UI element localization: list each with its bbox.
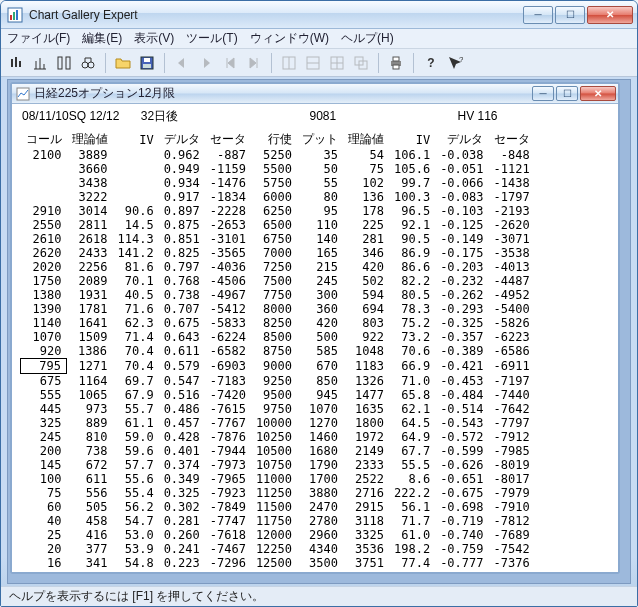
cell: 377 bbox=[67, 542, 113, 556]
titlebar[interactable]: Chart Gallery Expert ─ ☐ ✕ bbox=[1, 1, 637, 29]
svg-rect-3 bbox=[16, 10, 18, 20]
table-row[interactable]: 7555655.40.325-79231125038802716222.2-0.… bbox=[21, 486, 535, 500]
col-header: プット bbox=[297, 131, 343, 148]
table-row[interactable]: 1140164162.30.675-5833825042080375.2-0.3… bbox=[21, 316, 535, 330]
cell: 9250 bbox=[251, 374, 297, 389]
table-row[interactable]: 1070150971.40.643-6224850050092273.2-0.3… bbox=[21, 330, 535, 344]
child-close-button[interactable]: ✕ bbox=[580, 86, 616, 101]
child-maximize-button[interactable]: ☐ bbox=[556, 86, 578, 101]
options-table[interactable]: コール理論値IVデルタセータ行使プット理論値IVデルタセータ 210038890… bbox=[20, 131, 535, 572]
child-minimize-button[interactable]: ─ bbox=[532, 86, 554, 101]
cell: 1270 bbox=[297, 416, 343, 430]
table-row[interactable]: 24581059.00.428-7876102501460197264.9-0.… bbox=[21, 430, 535, 444]
table-row[interactable]: 10061155.60.349-796511000170025228.6-0.6… bbox=[21, 472, 535, 486]
print-icon[interactable] bbox=[385, 52, 407, 74]
candlestick-icon[interactable] bbox=[5, 52, 27, 74]
first-icon[interactable] bbox=[219, 52, 241, 74]
table-row[interactable]: 675116469.70.547-71839250850132671.0-0.4… bbox=[21, 374, 535, 389]
cell: 1800 bbox=[343, 416, 389, 430]
save-icon[interactable] bbox=[136, 52, 158, 74]
menu-tools[interactable]: ツール(T) bbox=[186, 30, 237, 47]
menu-window[interactable]: ウィンドウ(W) bbox=[250, 30, 329, 47]
cell: 55.4 bbox=[113, 486, 159, 500]
table-row[interactable]: 26202433141.20.825-3565700016534686.9-0.… bbox=[21, 246, 535, 260]
table-row[interactable]: 1390178171.60.707-5412800036069478.3-0.2… bbox=[21, 302, 535, 316]
cell: 3014 bbox=[67, 204, 113, 218]
cell: 92.1 bbox=[389, 218, 435, 232]
bars-icon[interactable] bbox=[29, 52, 51, 74]
child-body[interactable]: 08/11/10SQ 12/12 32日後 9081 HV 116 コール理論値… bbox=[12, 104, 618, 572]
col-header: IV bbox=[113, 131, 159, 148]
table-row[interactable]: 34380.934-147657505510299.7-0.066-1438 bbox=[21, 176, 535, 190]
table-row[interactable]: 1750208970.10.768-4506750024550282.2-0.2… bbox=[21, 274, 535, 288]
svg-rect-12 bbox=[144, 58, 150, 62]
table-row[interactable]: 6050556.20.302-7849115002470291556.1-0.6… bbox=[21, 500, 535, 514]
table-row[interactable]: 2020225681.60.797-4036725021542086.6-0.2… bbox=[21, 260, 535, 274]
cell: -4013 bbox=[488, 260, 534, 274]
grid1-icon[interactable] bbox=[278, 52, 300, 74]
cell: 54 bbox=[343, 148, 389, 162]
table-row[interactable]: 1380193140.50.738-4967775030059480.5-0.2… bbox=[21, 288, 535, 302]
info-price: 9081 bbox=[309, 109, 336, 123]
table-row[interactable]: 20073859.60.401-7944105001680214967.7-0.… bbox=[21, 444, 535, 458]
table-row[interactable]: 32220.917-1834600080136100.3-0.083-1797 bbox=[21, 190, 535, 204]
cell: -6582 bbox=[205, 344, 251, 359]
cell: -4967 bbox=[205, 288, 251, 302]
binoculars-icon[interactable] bbox=[77, 52, 99, 74]
last-icon[interactable] bbox=[243, 52, 265, 74]
grid2-icon[interactable] bbox=[302, 52, 324, 74]
maximize-button[interactable]: ☐ bbox=[555, 6, 585, 24]
back-icon[interactable] bbox=[171, 52, 193, 74]
table-row[interactable]: 2550281114.50.875-2653650011022592.1-0.1… bbox=[21, 218, 535, 232]
cell: -1159 bbox=[205, 162, 251, 176]
cell: 11500 bbox=[251, 500, 297, 514]
table-row[interactable]: 32588961.10.457-7767100001270180064.5-0.… bbox=[21, 416, 535, 430]
close-button[interactable]: ✕ bbox=[587, 6, 633, 24]
col-header: コール bbox=[21, 131, 67, 148]
svg-rect-1 bbox=[10, 15, 12, 20]
cell: 165 bbox=[297, 246, 343, 260]
minimize-button[interactable]: ─ bbox=[523, 6, 553, 24]
menu-edit[interactable]: 編集(E) bbox=[82, 30, 122, 47]
table-row[interactable]: 920138670.40.611-65828750585104870.6-0.3… bbox=[21, 344, 535, 359]
columns-icon[interactable] bbox=[53, 52, 75, 74]
cell: 1390 bbox=[21, 302, 67, 316]
table-row[interactable]: 555106567.90.516-74209500945147765.8-0.4… bbox=[21, 388, 535, 402]
table-row[interactable]: 2037753.90.241-74671225043403536198.2-0.… bbox=[21, 542, 535, 556]
col-header: デルタ bbox=[159, 131, 205, 148]
menu-file[interactable]: ファイル(F) bbox=[7, 30, 70, 47]
cell: 2089 bbox=[67, 274, 113, 288]
table-row[interactable]: 44597355.70.486-761597501070163562.1-0.5… bbox=[21, 402, 535, 416]
table-row[interactable]: 1130954.30.206-71081275049003969213.7-0.… bbox=[21, 570, 535, 572]
menu-help[interactable]: ヘルプ(H) bbox=[341, 30, 394, 47]
menu-view[interactable]: 表示(V) bbox=[134, 30, 174, 47]
help-icon[interactable]: ? bbox=[420, 52, 442, 74]
col-header: 理論値 bbox=[343, 131, 389, 148]
grid3-icon[interactable] bbox=[326, 52, 348, 74]
cell: -7192 bbox=[488, 570, 534, 572]
cell: 1477 bbox=[343, 388, 389, 402]
table-row[interactable]: 4045854.70.281-7747117502780311871.7-0.7… bbox=[21, 514, 535, 528]
table-row[interactable]: 1634154.80.223-7296125003500375177.4-0.7… bbox=[21, 556, 535, 570]
cascade-icon[interactable] bbox=[350, 52, 372, 74]
cell: -5833 bbox=[205, 316, 251, 330]
cell: 1048 bbox=[343, 344, 389, 359]
table-row[interactable]: 36600.949-115955005075105.6-0.051-1121 bbox=[21, 162, 535, 176]
col-header: 理論値 bbox=[67, 131, 113, 148]
open-icon[interactable] bbox=[112, 52, 134, 74]
child-titlebar[interactable]: 日経225オプション12月限 ─ ☐ ✕ bbox=[12, 84, 618, 104]
table-row[interactable]: 2541653.00.260-7618120002960332561.0-0.7… bbox=[21, 528, 535, 542]
forward-icon[interactable] bbox=[195, 52, 217, 74]
cell: 86.6 bbox=[389, 260, 435, 274]
table-row[interactable]: 26102618114.30.851-3101675014028190.5-0.… bbox=[21, 232, 535, 246]
table-row[interactable]: 2910301490.60.897-222862509517896.5-0.10… bbox=[21, 204, 535, 218]
cell: 114.3 bbox=[113, 232, 159, 246]
table-row[interactable]: 14567257.70.374-7973107501790233355.5-0.… bbox=[21, 458, 535, 472]
cell: 54.3 bbox=[113, 570, 159, 572]
table-row[interactable]: 795127170.40.579-69039000670118366.9-0.4… bbox=[21, 359, 535, 374]
cell: 245 bbox=[21, 430, 67, 444]
whatsthis-icon[interactable]: ? bbox=[444, 52, 466, 74]
cell: 57.7 bbox=[113, 458, 159, 472]
child-title: 日経225オプション12月限 bbox=[34, 85, 530, 102]
table-row[interactable]: 210038890.962-88752503554106.1-0.038-848 bbox=[21, 148, 535, 162]
